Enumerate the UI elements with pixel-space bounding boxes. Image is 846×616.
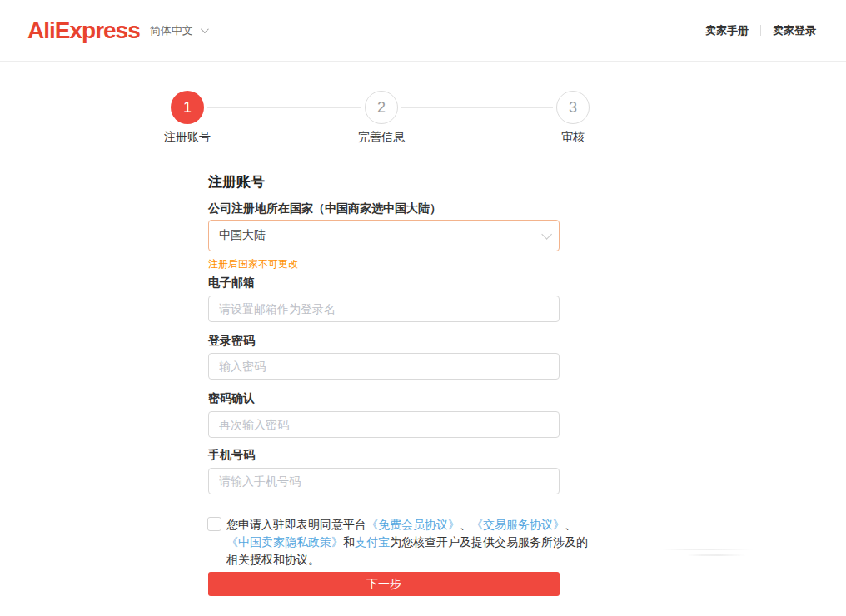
faint-artifact [662, 545, 766, 559]
language-label: 简体中文 [150, 23, 193, 38]
agreement-checkbox[interactable] [207, 517, 221, 531]
agreement-separator: 、 [460, 518, 471, 531]
agreement-text-part: 和 [343, 535, 355, 549]
step-1-label: 注册账号 [104, 130, 271, 145]
password-input[interactable] [208, 353, 560, 380]
agreement-separator: 、 [565, 518, 576, 531]
confirm-password-label: 密码确认 [208, 391, 255, 406]
step-1-circle: 1 [171, 91, 204, 124]
aliexpress-logo: AliExpress [27, 19, 140, 42]
step-3-circle: 3 [556, 91, 590, 124]
step-3-label: 审核 [490, 130, 656, 145]
seller-login-link[interactable]: 卖家登录 [773, 23, 816, 38]
form-title: 注册账号 [208, 172, 265, 191]
step-connector-2 [401, 107, 553, 108]
next-step-button[interactable]: 下一步 [208, 572, 560, 596]
seller-registration-page: AliExpress 简体中文 卖家手册 卖家登录 1 2 3 注册账号 完善信… [0, 0, 846, 616]
header: AliExpress 简体中文 卖家手册 卖家登录 [0, 0, 846, 62]
confirm-password-input[interactable] [208, 411, 560, 438]
country-select[interactable]: 中国大陆 [208, 220, 560, 251]
step-connector-1 [207, 107, 361, 108]
agreement-text: 您申请入驻即表明同意平台《免费会员协议》、《交易服务协议》、《中国卖家隐私政策》… [226, 516, 590, 569]
password-label: 登录密码 [208, 334, 255, 349]
chevron-down-icon [201, 25, 209, 33]
agreement-text-part: 您申请入驻即表明同意平台 [226, 518, 366, 531]
country-hint: 注册后国家不可更改 [208, 257, 298, 271]
alipay-link[interactable]: 支付宝 [355, 535, 390, 549]
email-label: 电子邮箱 [208, 276, 255, 291]
phone-input[interactable] [208, 468, 560, 494]
email-input[interactable] [208, 296, 560, 322]
country-select-value: 中国大陆 [219, 228, 266, 243]
header-divider [760, 25, 761, 36]
transaction-service-agreement-link[interactable]: 《交易服务协议》 [471, 518, 565, 531]
country-label: 公司注册地所在国家（中国商家选中国大陆） [208, 201, 441, 216]
seller-handbook-link[interactable]: 卖家手册 [705, 23, 749, 38]
chevron-down-icon [541, 229, 552, 240]
step-2-label: 完善信息 [298, 130, 465, 145]
china-seller-privacy-policy-link[interactable]: 《中国卖家隐私政策》 [226, 535, 343, 549]
phone-label: 手机号码 [208, 448, 255, 463]
step-2-circle: 2 [365, 91, 398, 124]
language-selector[interactable]: 简体中文 [150, 23, 207, 38]
membership-agreement-link[interactable]: 《免费会员协议》 [366, 518, 460, 531]
